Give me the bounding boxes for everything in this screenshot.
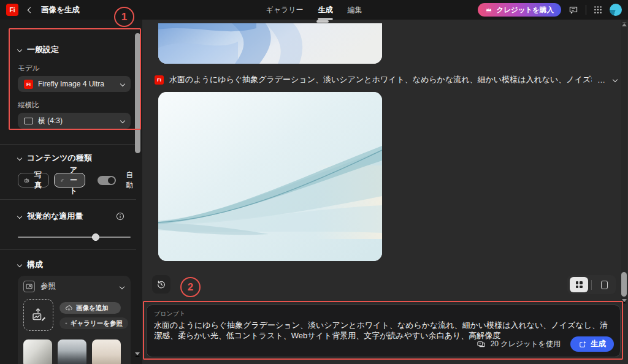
section-composition[interactable]: 構成	[18, 259, 131, 270]
firefly-result-icon: Fi	[155, 75, 164, 85]
reference-dropdown[interactable]: 参照	[23, 281, 125, 292]
topbar-tabs: ギャラリー 生成 編集	[266, 0, 362, 20]
chevron-down-icon	[120, 82, 125, 86]
binoculars-icon	[65, 319, 67, 327]
chevron-down-icon	[120, 118, 125, 123]
history-icon	[156, 279, 166, 289]
grid-view-icon	[576, 281, 583, 288]
thumbnail-mountain-river-landscape[interactable]	[58, 339, 86, 364]
info-icon[interactable]	[116, 212, 124, 221]
prompt-label: プロンプト	[154, 309, 613, 318]
auto-toggle[interactable]	[98, 176, 116, 185]
toggle-knob	[108, 177, 115, 184]
single-view-icon	[601, 281, 608, 289]
aspect-ratio-value: 横 (4:3)	[38, 116, 63, 126]
firefly-model-icon: Fi	[24, 80, 33, 89]
sidebar-scroll-down-icon[interactable]	[135, 352, 140, 357]
composition-panel: 参照 画像を追加 ギャラリーを参照	[18, 276, 131, 364]
firefly-logo[interactable]: Fi	[6, 4, 18, 16]
result-prompt-ellipsis: …	[597, 75, 605, 85]
section-general-settings[interactable]: 一般設定	[18, 44, 131, 55]
content-type-art-button[interactable]: アート	[54, 173, 85, 188]
prompt-input-panel[interactable]: プロンプト 水面のようにゆらぐ抽象グラデーション、淡いシアンとホワイト、なめらか…	[146, 305, 621, 357]
chevron-down-icon	[17, 156, 22, 161]
main-scrollbar-thumb[interactable]	[621, 272, 627, 297]
content-type-row: 写真 アート 自動	[18, 170, 131, 191]
topbar-actions: クレジットを購入	[478, 3, 622, 17]
main-scrollbar	[621, 20, 627, 301]
chevron-down-icon	[17, 47, 22, 52]
chevron-down-icon	[120, 284, 124, 289]
feedback-button[interactable]	[567, 4, 580, 16]
firefly-app: Fi 画像を生成 ギャラリー 生成 編集 クレジットを購入	[0, 0, 628, 364]
browse-gallery-button[interactable]: ギャラリーを参照	[59, 317, 128, 329]
expand-prompt-chevron-icon[interactable]	[613, 77, 618, 82]
buy-credits-button[interactable]: クレジットを購入	[478, 3, 561, 17]
chevron-down-icon	[17, 214, 22, 219]
upload-dropzone[interactable]	[23, 299, 53, 331]
view-mode-toggle	[567, 275, 616, 294]
result-prompt-row: Fi 水面のようにゆらぐ抽象グラデーション、淡いシアンとホワイト、なめらかな流れ…	[155, 72, 619, 87]
grid-view-button[interactable]	[570, 277, 588, 292]
thumbnail-bird-sketch[interactable]	[23, 339, 52, 364]
upload-row: 画像を追加 ギャラリーを参照	[23, 299, 125, 331]
generated-image-previous[interactable]	[158, 23, 382, 64]
section-divider	[0, 144, 136, 145]
prompt-actions: 20 クレジットを使用 生成	[477, 336, 614, 352]
speech-bubble-icon	[569, 5, 578, 15]
add-image-button[interactable]: 画像を追加	[59, 302, 121, 314]
sidebar-scrollbar-thumb[interactable]	[135, 33, 140, 153]
scroll-down-icon[interactable]	[622, 299, 627, 303]
tab-edit[interactable]: 編集	[348, 0, 362, 20]
settings-sidebar: 一般設定 モデル Fi Firefly Image 4 Ultra 縦横比 横 …	[0, 20, 142, 364]
tab-gallery[interactable]: ギャラリー	[266, 0, 303, 20]
generate-sparkle-icon	[578, 340, 587, 349]
chevron-down-icon	[17, 262, 22, 267]
model-label: モデル	[18, 64, 131, 73]
result-prompt-text: 水面のようにゆらぐ抽象グラデーション、淡いシアンとホワイト、なめらかな流れ、細か…	[169, 74, 592, 85]
section-divider	[0, 249, 136, 250]
model-value: Firefly Image 4 Ultra	[38, 80, 104, 88]
toggle-divider	[591, 280, 592, 290]
tab-generate[interactable]: 生成	[318, 0, 333, 20]
upload-buttons: 画像を追加 ギャラリーを参照	[59, 299, 128, 331]
upload-image-icon	[30, 306, 47, 324]
single-view-button[interactable]	[595, 277, 613, 292]
model-dropdown[interactable]: Fi Firefly Image 4 Ultra	[18, 76, 131, 92]
aspect-ratio-label: 縦横比	[18, 100, 131, 110]
apps-grid-icon	[594, 6, 602, 14]
section-divider	[0, 199, 136, 200]
brush-icon	[60, 176, 64, 184]
camera-icon	[24, 176, 29, 184]
topbar-divider	[586, 5, 586, 15]
auto-label: 自動	[126, 170, 133, 191]
topbar: Fi 画像を生成 ギャラリー 生成 編集 クレジットを購入	[0, 0, 628, 20]
back-icon[interactable]	[28, 7, 34, 13]
aspect-ratio-dropdown[interactable]: 横 (4:3)	[18, 113, 131, 129]
avatar[interactable]	[610, 4, 622, 16]
generated-image-current[interactable]	[158, 92, 382, 261]
credits-icon	[477, 339, 486, 349]
history-button[interactable]	[152, 275, 170, 294]
thumbnail-living-room-interior[interactable]	[92, 339, 121, 364]
section-content-type[interactable]: コンテンツの種類	[18, 153, 131, 164]
content-type-photo-button[interactable]: 写真	[18, 173, 49, 188]
intensity-slider[interactable]	[18, 233, 131, 241]
slider-track	[18, 237, 131, 238]
reference-thumbnails	[23, 339, 125, 364]
credits-cost: 20 クレジットを使用	[477, 339, 561, 349]
intensity-slider-knob[interactable]	[92, 233, 99, 241]
generate-button[interactable]: 生成	[570, 336, 614, 352]
cloud-upload-icon	[65, 304, 73, 312]
scroll-up-icon[interactable]	[622, 22, 627, 26]
scroll-indicator	[316, 20, 329, 23]
reference-image-icon	[23, 281, 35, 292]
crown-icon	[485, 6, 492, 13]
page-title: 画像を生成	[41, 5, 80, 15]
section-visual-intensity[interactable]: 視覚的な適用量	[18, 211, 131, 222]
apps-grid-button[interactable]	[592, 4, 603, 15]
generation-results-area: Fi 水面のようにゆらぐ抽象グラデーション、淡いシアンとホワイト、なめらかな流れ…	[142, 20, 628, 364]
landscape-ratio-icon	[24, 118, 33, 124]
